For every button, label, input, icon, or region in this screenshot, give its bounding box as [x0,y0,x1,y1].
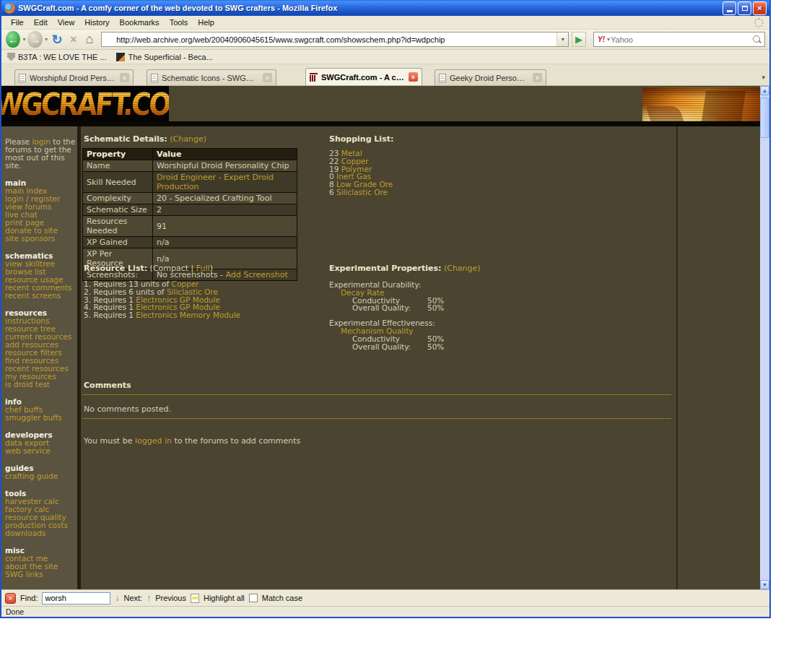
bookmark-item[interactable]: The Superficial - Beca... [116,53,212,61]
match-case-checkbox[interactable] [249,594,258,602]
scrollbar-thumb[interactable] [760,98,769,138]
next-arrow-icon: ↓ [115,593,119,603]
shopping-resource-link[interactable]: Siliclastic Ore [336,188,388,196]
match-case-label[interactable]: Match case [262,594,302,602]
forward-icon: → [30,34,40,46]
tab-close-icon[interactable]: × [120,73,129,82]
sidebar-link[interactable]: recent screens [5,292,77,300]
find-next-button[interactable]: Next: [123,594,142,602]
cell-value: n/a [153,237,297,248]
resource-link[interactable]: Electronics Memory Module [136,311,240,319]
attribute-link[interactable]: Decay Rate [341,288,384,297]
stat-name: Conductivity [352,335,427,343]
sidebar-link[interactable]: site sponsors [5,235,77,243]
swgcraft-logo[interactable]: SWGCRAFT.COM [1,86,169,122]
stop-button[interactable]: × [66,31,80,48]
page-icon [439,74,446,82]
home-button[interactable]: ⌂ [82,31,97,48]
page-icon [151,74,158,82]
forward-button[interactable]: → [27,31,42,48]
experimental-group: Experimental Durability: Decay Rate Cond… [329,281,517,312]
go-button[interactable]: ▶ [572,32,586,47]
tab-list-dropdown[interactable]: ▾ [761,74,765,81]
comments-footer: You must be logged in to the forums to a… [84,436,300,446]
bookmark-item[interactable]: B3TA : WE LOVE THE ... [7,53,106,61]
sidebar-link[interactable]: SWG links [5,571,77,578]
menu-item[interactable]: File [6,17,29,28]
close-button[interactable]: × [753,1,767,15]
banner-image [642,87,760,121]
cell-value: 2 [153,204,297,216]
cell-value: Droid Engineer - Expert Droid Production [153,172,297,193]
url-input[interactable] [116,35,556,44]
tab-close-icon[interactable]: × [533,73,542,82]
menu-item[interactable]: Help [193,17,219,28]
sidebar-link[interactable]: downloads [5,529,77,537]
menu-item[interactable]: Tools [165,17,193,28]
go-icon: ▶ [575,34,582,45]
view-compact-label: Compact [153,264,188,273]
minimize-button[interactable] [722,1,736,15]
shopping-list-heading: Shopping List: [329,134,393,144]
add-screenshot-link[interactable]: Add Screenshot [225,270,287,280]
sidebar-intro: Please login to the forums to get the mo… [5,138,77,170]
restore-button[interactable] [738,1,751,15]
change-experimental-link[interactable]: (Change) [444,264,481,273]
table-row: Skill NeededDroid Engineer - Expert Droi… [83,172,297,193]
column-header-value: Value [153,149,297,160]
url-bar[interactable]: ▾ [101,32,569,47]
find-previous-button[interactable]: Previous [155,594,186,602]
sidebar-link[interactable]: web service [5,447,77,455]
stat-value: 50% [427,335,444,343]
find-label: Find: [20,594,38,602]
scroll-down-icon[interactable]: ▼ [760,580,769,589]
sidebar-link[interactable]: smuggler buffs [5,414,77,422]
reload-button[interactable]: ↻ [50,31,64,48]
cell-value: 20 - Specialized Crafting Tool [153,193,297,204]
view-full-link[interactable]: Full [196,264,210,273]
sidebar-link[interactable]: crafting guide [5,472,77,480]
tab-swgcraft-active[interactable]: SWGCraft.com - A comfy corner ... × [305,68,422,85]
bookmark-label: The Superficial - Beca... [128,53,212,61]
scrollbar-track[interactable] [760,138,769,580]
highlight-all-button[interactable]: Highlight all [204,594,245,602]
find-close-icon[interactable]: × [5,593,16,604]
menu-item[interactable]: Edit [29,17,53,28]
comments-empty-text: No comments posted. [84,404,171,414]
scroll-up-icon[interactable]: ▲ [760,86,769,95]
shield-icon [7,53,15,61]
experimental-groups: Experimental Durability: Decay Rate Cond… [329,281,517,350]
title-bar[interactable]: SWGCraft.com - A comfy corner of the web… [1,0,769,16]
stat-value: 50% [427,304,444,312]
search-input[interactable] [611,35,752,44]
experimental-group: Experimental Effectiveness: Mechanism Qu… [329,319,517,350]
tab-close-icon[interactable]: × [409,72,418,82]
sidebar-link[interactable]: is droid test [5,381,77,389]
sidebar-section-developers: developers data exportweb service [5,431,77,455]
tab-worshipful-chip[interactable]: Worshipful Droid Personality Chip (Sc...… [14,69,134,85]
shopping-list: 23 Metal 22 Copper 19 Polymer 0 Inert Ga… [329,150,393,196]
skill-link[interactable]: Droid Engineer - Expert Droid Production [157,173,274,191]
search-icon[interactable] [752,35,762,45]
logged-in-link[interactable]: logged in [135,436,172,446]
menu-item[interactable]: History [79,17,114,28]
tab-label: SWGCraft.com - A comfy corner ... [321,73,405,82]
url-dropdown[interactable]: ▾ [556,32,568,46]
heading-text: Resource List: [84,264,147,273]
forward-dropdown[interactable]: ▾ [44,36,48,43]
search-bar[interactable]: Y! ▾ [593,32,765,47]
throbber-icon [754,18,764,27]
change-schematic-link[interactable]: (Change) [170,134,206,144]
highlight-icon [191,594,199,603]
find-input[interactable] [42,592,110,604]
menu-item[interactable]: Bookmarks [115,17,165,28]
back-dropdown[interactable]: ▾ [22,36,26,43]
menu-item[interactable]: View [53,17,80,28]
tab-schematic-icons[interactable]: Schematic Icons - SWGANH Wiki × [147,69,276,85]
tab-geeky-chip[interactable]: Geeky Droid Personality Chip (Schema... … [435,69,546,85]
back-button[interactable]: ← [6,31,20,48]
tab-close-icon[interactable]: × [263,73,272,82]
vertical-scrollbar[interactable]: ▲ ▼ [760,86,769,589]
table-row: Schematic Size2 [83,204,297,216]
tab-label: Geeky Droid Personality Chip (Schema... [450,74,529,82]
